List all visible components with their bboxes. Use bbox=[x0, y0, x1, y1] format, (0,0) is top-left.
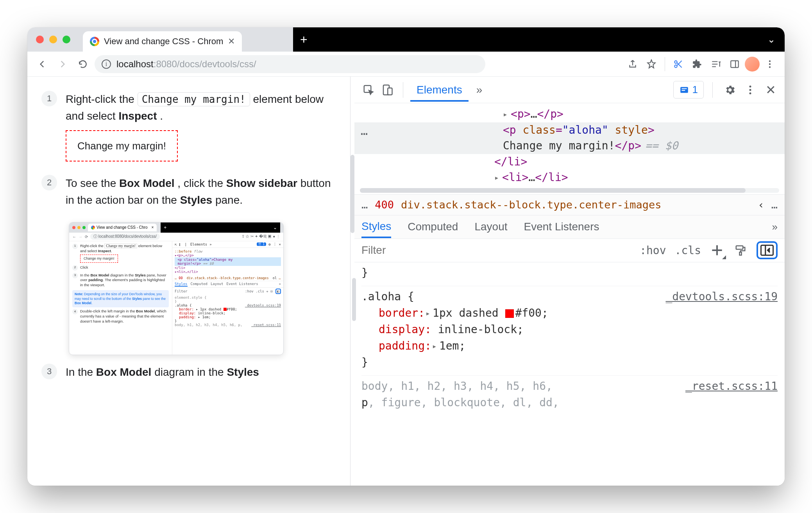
svg-point-5 bbox=[769, 66, 771, 68]
step-bold: Styles bbox=[180, 194, 213, 206]
styles-rules[interactable]: } _devtools.scss:19 .aloha { border:1px … bbox=[354, 262, 785, 413]
browser-tab[interactable]: View and change CSS - Chrom ✕ bbox=[83, 31, 242, 52]
settings-icon[interactable] bbox=[721, 81, 739, 99]
demo-element[interactable]: Change my margin! bbox=[66, 130, 178, 161]
step-bold: Box Model bbox=[119, 177, 175, 189]
dom-tree[interactable]: ⋯ <p>…</p> <p class="aloha" style> Chang… bbox=[354, 103, 785, 194]
svg-point-4 bbox=[769, 63, 771, 65]
step-text: To see the bbox=[66, 177, 119, 189]
cls-toggle[interactable]: .cls bbox=[675, 244, 701, 257]
extensions-icon[interactable] bbox=[689, 56, 706, 73]
step-text: diagram in the bbox=[154, 366, 227, 378]
subtab-computed[interactable]: Computed bbox=[408, 221, 458, 233]
svg-point-10 bbox=[749, 85, 751, 87]
dom-row-actions-icon[interactable]: ⋯ bbox=[361, 125, 368, 142]
show-sidebar-button[interactable] bbox=[757, 241, 778, 259]
side-panel-icon[interactable] bbox=[726, 56, 743, 73]
new-tab-button[interactable]: + bbox=[300, 32, 308, 47]
share-icon[interactable] bbox=[624, 56, 641, 73]
subtabs-more-icon[interactable]: » bbox=[772, 221, 778, 233]
devtools-toolbar: Elements » 1 ✕ bbox=[354, 77, 785, 103]
tab-favicon bbox=[90, 37, 99, 46]
url-text: localhost:8080/docs/devtools/css/ bbox=[116, 59, 256, 70]
step-number: 3 bbox=[41, 364, 57, 379]
tab-strip: View and change CSS - Chrom ✕ + ⌄ bbox=[27, 27, 785, 52]
screenshot-thumbnail: View and change CSS - Chro× +⌄ ←→⟳ ⓘ loc… bbox=[69, 222, 284, 355]
bookmark-icon[interactable] bbox=[643, 56, 660, 73]
profile-avatar[interactable] bbox=[745, 57, 760, 72]
code-inline: Change my margin! bbox=[138, 92, 250, 106]
styles-filter-input[interactable] bbox=[361, 244, 424, 256]
source-link[interactable]: _devtools.scss:19 bbox=[665, 289, 778, 305]
dom-breadcrumb[interactable]: … 400 div.stack.stack--block.type.center… bbox=[354, 194, 785, 215]
paint-format-icon[interactable] bbox=[733, 243, 748, 258]
tabstrip-overflow: + ⌄ bbox=[293, 27, 785, 52]
inspect-element-icon[interactable] bbox=[360, 81, 377, 99]
styles-filter-row: :hov .cls bbox=[354, 239, 785, 262]
back-button[interactable] bbox=[34, 56, 51, 73]
step-bold: Show sidebar bbox=[226, 177, 297, 189]
devtools-panel: Elements » 1 ✕ ⋯ <p>…</p> <p class bbox=[350, 77, 785, 486]
svg-rect-13 bbox=[736, 246, 743, 249]
address-bar[interactable]: i localhost:8080/docs/devtools/css/ bbox=[95, 55, 485, 73]
step-text: , click the bbox=[177, 177, 226, 189]
browser-toolbar: i localhost:8080/docs/devtools/css/ bbox=[27, 52, 785, 77]
subtab-event-listeners[interactable]: Event Listeners bbox=[524, 221, 599, 233]
hov-toggle[interactable]: :hov bbox=[640, 244, 666, 257]
svg-point-3 bbox=[769, 60, 771, 62]
devtools-close-icon[interactable]: ✕ bbox=[762, 81, 779, 99]
color-swatch[interactable] bbox=[505, 309, 514, 318]
step-bold: Inspect bbox=[118, 110, 157, 122]
window-close-button[interactable] bbox=[36, 36, 44, 43]
styles-subtabs: Styles Computed Layout Event Listeners » bbox=[354, 215, 785, 239]
dom-selected-row[interactable]: <p class="aloha" style> bbox=[354, 122, 785, 138]
step-bold: Box Model bbox=[96, 366, 152, 378]
svg-rect-8 bbox=[388, 88, 392, 95]
tab-title: View and change CSS - Chrom bbox=[104, 36, 223, 47]
chrome-window: View and change CSS - Chrom ✕ + ⌄ i loca… bbox=[27, 27, 785, 486]
step-text: pane. bbox=[215, 194, 243, 206]
dom-horizontal-scrollbar[interactable] bbox=[360, 188, 779, 193]
svg-rect-14 bbox=[740, 252, 742, 255]
scissors-icon[interactable] bbox=[670, 56, 687, 73]
step-text: Right-click the bbox=[66, 93, 138, 105]
reload-button[interactable] bbox=[74, 56, 91, 73]
step-text: In the bbox=[66, 366, 96, 378]
reading-list-icon[interactable] bbox=[707, 56, 724, 73]
page-content: 1 Right-click the Change my margin! elem… bbox=[27, 77, 350, 486]
tabs-more-icon[interactable]: » bbox=[470, 78, 489, 102]
step-number: 2 bbox=[41, 175, 57, 190]
chrome-menu-icon[interactable] bbox=[761, 56, 778, 73]
site-info-icon[interactable]: i bbox=[102, 59, 111, 69]
svg-point-12 bbox=[749, 92, 751, 94]
source-link[interactable]: _reset.scss:11 bbox=[685, 378, 778, 395]
step-number: 1 bbox=[41, 91, 57, 106]
new-style-rule-icon[interactable] bbox=[710, 243, 724, 258]
tab-close-icon[interactable]: ✕ bbox=[228, 36, 235, 47]
tab-elements[interactable]: Elements bbox=[410, 78, 469, 102]
window-minimize-button[interactable] bbox=[49, 36, 57, 43]
issues-badge[interactable]: 1 bbox=[673, 81, 704, 99]
subtab-layout[interactable]: Layout bbox=[474, 221, 507, 233]
tabs-dropdown-icon[interactable]: ⌄ bbox=[767, 34, 775, 45]
svg-point-11 bbox=[749, 89, 751, 91]
forward-button[interactable] bbox=[54, 56, 71, 73]
step-text: . bbox=[160, 110, 163, 122]
subtab-styles[interactable]: Styles bbox=[361, 215, 391, 238]
step-bold: Styles bbox=[227, 366, 259, 378]
svg-rect-2 bbox=[731, 61, 739, 67]
window-maximize-button[interactable] bbox=[63, 36, 70, 43]
window-controls bbox=[27, 36, 79, 43]
device-toggle-icon[interactable] bbox=[379, 81, 396, 99]
devtools-menu-icon[interactable] bbox=[742, 81, 759, 99]
